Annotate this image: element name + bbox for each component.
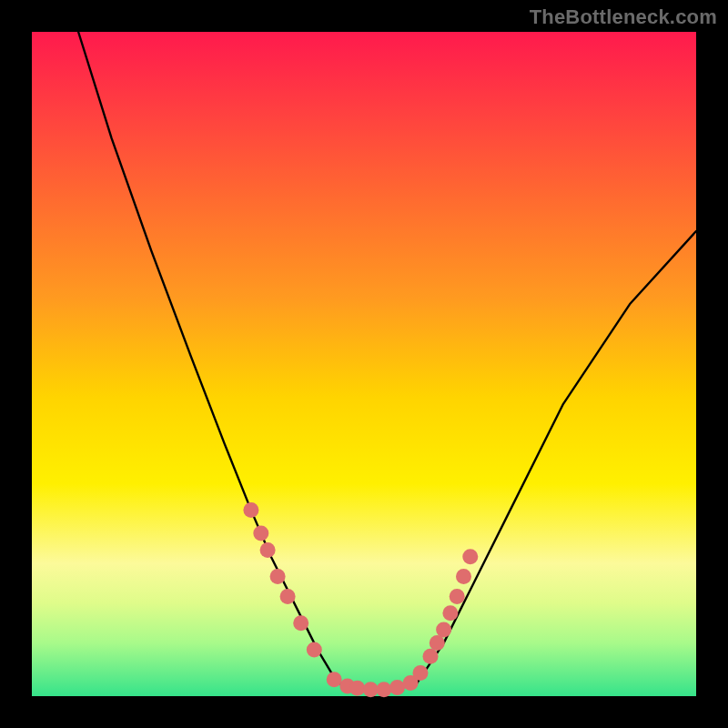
data-point: [363, 682, 379, 697]
data-point: [293, 615, 308, 631]
series-right-branch: [417, 231, 696, 682]
data-point: [260, 542, 276, 558]
data-point: [389, 680, 405, 695]
chart-frame: TheBottleneck.com: [0, 0, 728, 728]
data-point: [280, 589, 296, 604]
data-point: [376, 682, 391, 697]
data-point: [430, 635, 445, 651]
data-point: [253, 526, 268, 541]
data-point: [442, 605, 458, 621]
data-point: [243, 502, 258, 518]
data-point: [307, 642, 322, 657]
series-left-branch: [78, 32, 338, 682]
data-point: [413, 665, 429, 681]
data-point: [450, 589, 465, 604]
data-point: [436, 622, 451, 638]
data-point: [349, 681, 365, 696]
data-point: [456, 569, 471, 584]
plot-area: [32, 32, 696, 696]
data-point: [423, 649, 439, 664]
watermark-text: TheBottleneck.com: [530, 5, 717, 29]
curve-svg: [32, 32, 696, 696]
data-point: [270, 569, 286, 584]
data-point: [327, 672, 342, 687]
data-point: [462, 549, 478, 564]
